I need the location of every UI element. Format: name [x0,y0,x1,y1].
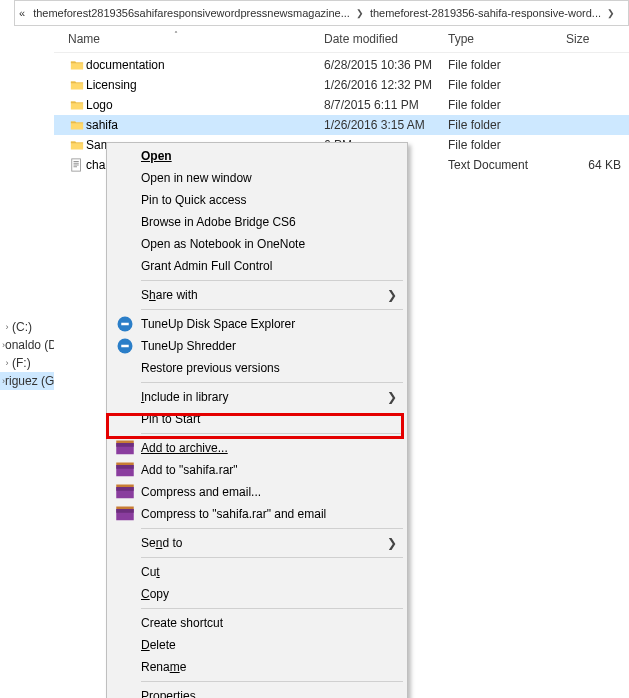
file-date: 8/7/2015 6:11 PM [324,98,448,112]
file-name: cha [86,158,105,172]
folder-icon [68,77,86,93]
svg-rect-7 [116,465,134,469]
column-headers: Name ˄ Date modified Type Size [54,26,629,53]
file-date: 1/26/2016 12:32 PM [324,78,448,92]
breadcrumb-seg-2[interactable]: themeforest-2819356-sahifa-responsive-wo… [366,1,605,25]
file-type: File folder [448,118,566,132]
svg-rect-8 [116,463,134,466]
tree-item-label: (C:) [12,318,32,336]
menu-delete[interactable]: Delete [109,634,405,656]
menu-grant-admin[interactable]: Grant Admin Full Control [109,255,405,277]
table-row[interactable]: Logo8/7/2015 6:11 PMFile folder [54,95,629,115]
svg-rect-10 [116,487,134,491]
folder-icon [68,137,86,153]
table-row[interactable]: sahifa1/26/2016 3:15 AMFile folder [54,115,629,135]
menu-separator [141,382,403,383]
winrar-icon [115,439,135,457]
tree-item-label: riguez (G [5,372,54,390]
text-file-icon [68,157,86,173]
file-name: Logo [86,98,113,112]
tree-item-label: (F:) [12,354,31,372]
file-type: File folder [448,78,566,92]
menu-open[interactable]: Open [109,145,405,167]
menu-add-archive[interactable]: Add to archive... [109,437,405,459]
file-name: Licensing [86,78,137,92]
menu-open-onenote[interactable]: Open as Notebook in OneNote [109,233,405,255]
menu-cut[interactable]: Cut [109,561,405,583]
menu-share-with[interactable]: Share with❯ [109,284,405,306]
column-type[interactable]: Type [448,32,566,46]
breadcrumb-prefix[interactable]: « [15,1,29,25]
file-type: File folder [448,58,566,72]
context-menu: Open Open in new window Pin to Quick acc… [106,142,408,698]
column-date[interactable]: Date modified [324,32,448,46]
tree-item-g[interactable]: ›riguez (G [0,372,54,390]
menu-copy[interactable]: Copy [109,583,405,605]
folder-icon [68,117,86,133]
file-type: Text Document [448,158,566,172]
winrar-icon [115,505,135,523]
menu-rename[interactable]: Rename [109,656,405,678]
column-name[interactable]: Name ˄ [54,32,324,46]
breadcrumb-seg-1[interactable]: themeforest2819356sahifaresponsivewordpr… [29,1,354,25]
submenu-arrow-icon: ❯ [387,288,397,302]
menu-separator [141,681,403,682]
menu-separator [141,280,403,281]
menu-separator [141,528,403,529]
chevron-right-icon[interactable]: ❯ [354,8,366,18]
svg-rect-14 [116,507,134,510]
menu-include-library[interactable]: Include in library❯ [109,386,405,408]
svg-rect-11 [116,485,134,488]
menu-tuneup-shredder[interactable]: TuneUp Shredder [109,335,405,357]
submenu-arrow-icon: ❯ [387,536,397,550]
column-size[interactable]: Size [566,32,629,46]
menu-create-shortcut[interactable]: Create shortcut [109,612,405,634]
menu-separator [141,608,403,609]
address-bar[interactable]: « themeforest2819356sahifaresponsiveword… [14,0,629,26]
menu-compress-sahifa-email[interactable]: Compress to "sahifa.rar" and email [109,503,405,525]
menu-restore-previous[interactable]: Restore previous versions [109,357,405,379]
tree-pane: ›(C:) ›onaldo (D ›(F:) ›riguez (G [0,54,54,698]
chevron-right-icon[interactable]: ❯ [605,8,617,18]
tree-item-d[interactable]: ›onaldo (D [0,336,54,354]
file-type: File folder [448,138,566,152]
file-date: 6/28/2015 10:36 PM [324,58,448,72]
winrar-icon [115,483,135,501]
svg-rect-13 [116,509,134,513]
submenu-arrow-icon: ❯ [387,390,397,404]
file-date: 1/26/2016 3:15 AM [324,118,448,132]
tree-item-f[interactable]: ›(F:) [0,354,54,372]
tree-item-c[interactable]: ›(C:) [0,318,54,336]
column-label: Name [68,32,100,46]
file-type: File folder [448,98,566,112]
file-name: sahifa [86,118,118,132]
file-name: documentation [86,58,165,72]
table-row[interactable]: Licensing1/26/2016 12:32 PMFile folder [54,75,629,95]
file-size: 64 KB [566,158,629,172]
menu-properties[interactable]: Properties [109,685,405,698]
menu-separator [141,433,403,434]
table-row[interactable]: documentation6/28/2015 10:36 PMFile fold… [54,55,629,75]
menu-open-new-window[interactable]: Open in new window [109,167,405,189]
tuneup-icon [115,337,135,355]
svg-rect-5 [116,441,134,444]
tuneup-icon [115,315,135,333]
svg-rect-4 [116,443,134,447]
folder-icon [68,57,86,73]
menu-pin-start[interactable]: Pin to Start [109,408,405,430]
menu-compress-email[interactable]: Compress and email... [109,481,405,503]
menu-add-sahifa[interactable]: Add to "sahifa.rar" [109,459,405,481]
menu-separator [141,309,403,310]
menu-pin-quick-access[interactable]: Pin to Quick access [109,189,405,211]
menu-send-to[interactable]: Send to❯ [109,532,405,554]
folder-icon [68,97,86,113]
sort-indicator-icon: ˄ [174,30,178,39]
menu-browse-bridge[interactable]: Browse in Adobe Bridge CS6 [109,211,405,233]
menu-tuneup-dse[interactable]: TuneUp Disk Space Explorer [109,313,405,335]
menu-separator [141,557,403,558]
winrar-icon [115,461,135,479]
tree-item-label: onaldo (D [5,336,54,354]
